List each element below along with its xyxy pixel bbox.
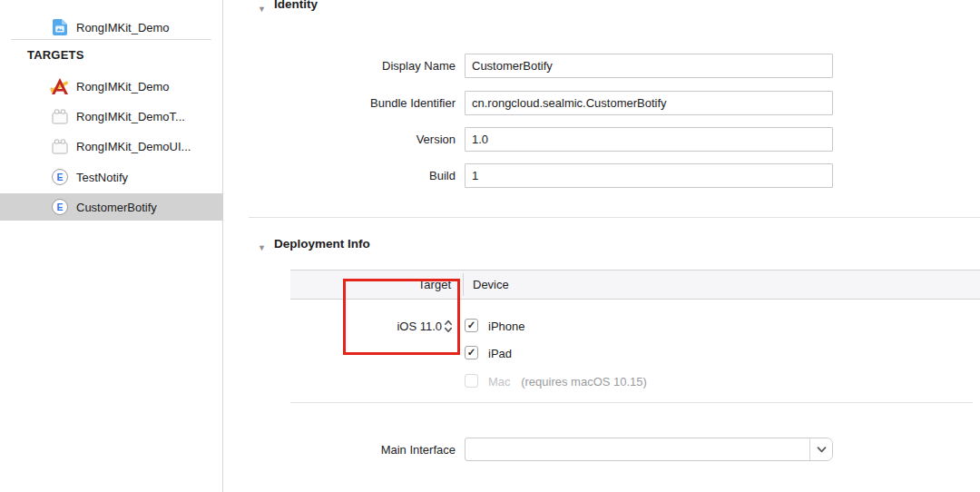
targets-section-header: TARGETS xyxy=(27,48,84,62)
ipad-checkbox[interactable]: ✓ xyxy=(465,346,478,359)
bundle-identifier-label: Bundle Identifier xyxy=(245,96,456,110)
sidebar-separator xyxy=(11,39,211,40)
version-label: Version xyxy=(245,133,456,146)
sidebar-target-rongimkit-demo[interactable]: RongIMKit_Demo xyxy=(0,73,223,100)
deployment-target-value[interactable]: iOS 11.0 xyxy=(345,320,442,333)
mac-label: Mac xyxy=(488,375,511,389)
section-divider xyxy=(249,217,980,218)
ipad-label: iPad xyxy=(488,347,512,360)
mac-checkbox[interactable] xyxy=(465,374,478,388)
app-extension-icon: E xyxy=(48,163,72,191)
display-name-label: Display Name xyxy=(245,59,456,73)
build-label: Build xyxy=(245,169,456,182)
project-item-label: RongIMKit_Demo xyxy=(76,21,170,34)
column-divider xyxy=(463,273,464,296)
sidebar-project-item[interactable]: RongIMKit_Demo xyxy=(0,14,223,41)
iphone-checkbox[interactable]: ✓ xyxy=(465,319,478,332)
version-field[interactable] xyxy=(465,127,833,152)
mac-requirement-note: (requires macOS 10.15) xyxy=(521,375,647,389)
test-bundle-icon xyxy=(48,133,72,160)
chevron-down-icon[interactable] xyxy=(809,438,832,460)
identity-disclosure-triangle[interactable]: ▼ xyxy=(258,1,266,15)
section-divider xyxy=(290,402,973,403)
app-extension-icon: E xyxy=(48,193,72,221)
sidebar-target-demo-uitests[interactable]: RongIMKit_DemoUI... xyxy=(0,133,223,160)
app-target-icon xyxy=(48,73,72,100)
build-field[interactable] xyxy=(465,163,833,188)
sidebar-target-demo-tests[interactable]: RongIMKit_DemoT... xyxy=(0,103,223,130)
deployment-section-title: Deployment Info xyxy=(274,237,370,251)
target-item-label: RongIMKit_DemoUI... xyxy=(76,140,191,153)
main-interface-label: Main Interface xyxy=(254,443,456,457)
iphone-label: iPhone xyxy=(488,320,524,333)
device-column-header: Device xyxy=(473,278,509,291)
test-bundle-icon xyxy=(48,103,72,130)
target-item-label: CustomerBotify xyxy=(76,201,157,214)
main-interface-combobox[interactable] xyxy=(465,438,833,461)
target-item-label: RongIMKit_DemoT... xyxy=(76,110,185,123)
display-name-field[interactable] xyxy=(465,54,833,78)
target-item-label: TestNotify xyxy=(76,171,128,184)
project-file-icon xyxy=(48,14,72,41)
identity-section-title: Identity xyxy=(274,0,318,11)
mac-label-row: Mac (requires macOS 10.15) xyxy=(488,375,647,389)
stepper-icon[interactable] xyxy=(444,319,453,337)
bundle-identifier-field[interactable] xyxy=(465,91,833,115)
project-navigator: RongIMKit_Demo TARGETS RongIMKit_Demo Ro… xyxy=(0,0,223,492)
sidebar-target-customerbotify-selected[interactable]: E CustomerBotify xyxy=(0,193,223,221)
deployment-disclosure-triangle[interactable]: ▼ xyxy=(258,240,266,253)
sidebar-target-testnotify[interactable]: E TestNotify xyxy=(0,163,223,191)
target-column-header: Target xyxy=(354,278,451,291)
target-item-label: RongIMKit_Demo xyxy=(76,80,170,93)
main-interface-value[interactable] xyxy=(466,438,810,460)
